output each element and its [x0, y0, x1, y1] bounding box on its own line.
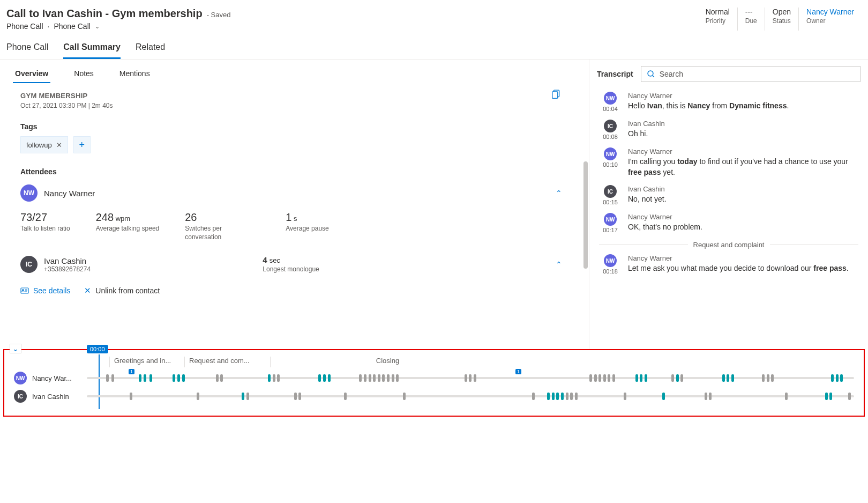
- transcript-list: NW 00:04 Nancy Warner Hello Ivan, this i…: [589, 88, 868, 285]
- speaker-name: Nancy Warner: [628, 92, 858, 100]
- speaker-name: Nancy Warner: [628, 254, 858, 262]
- chevron-down-icon[interactable]: ⌄: [95, 23, 100, 30]
- attendee-phone: +353892678274: [44, 265, 91, 273]
- speaker-name: Ivan Cashin: [628, 185, 858, 193]
- speaker-name: Nancy Warner: [628, 213, 858, 221]
- subtab-mentions[interactable]: Mentions: [117, 65, 152, 83]
- timeline-tick: [662, 393, 665, 400]
- copy-icon[interactable]: [551, 90, 561, 99]
- timeline-tick: [731, 374, 734, 382]
- segment-label: Request and com...: [184, 357, 270, 367]
- timeline-tick: [369, 374, 371, 382]
- timeline-tick: [277, 374, 280, 382]
- transcript-label: Transcript: [597, 70, 633, 78]
- chevron-down-icon[interactable]: ⌄: [10, 344, 21, 353]
- transcript-message[interactable]: IC 00:15 Ivan Cashin No, not yet.: [599, 185, 858, 205]
- timeline-tick: [566, 393, 568, 400]
- segment-labels: Greetings and in...Request and com...Clo…: [109, 357, 854, 367]
- scrollbar-thumb[interactable]: [583, 161, 588, 269]
- timeline-tick: [705, 393, 707, 400]
- timeline-tick: [570, 393, 573, 400]
- timeline-tick: [785, 393, 788, 400]
- timeline-tick: [762, 374, 765, 382]
- tags-label: Tags: [20, 122, 568, 131]
- stat: 248 wpmAverage talking speed: [96, 211, 160, 241]
- message-text: Let me ask you what made you decide to d…: [628, 263, 858, 274]
- timeline-tick: [825, 393, 828, 400]
- add-tag-button[interactable]: +: [73, 136, 91, 153]
- timeline-tick: [359, 374, 362, 382]
- timeline-tick: [344, 393, 347, 400]
- attendee-name: Nancy Warner: [44, 189, 95, 198]
- timeline-tick: [727, 374, 729, 382]
- timestamp: 00:18: [603, 268, 618, 275]
- unlink-contact-link[interactable]: ✕ Unlink from contact: [84, 286, 160, 295]
- subtab-overview[interactable]: Overview: [13, 65, 50, 83]
- remove-tag-icon[interactable]: ✕: [56, 141, 62, 149]
- timeline-tick: [216, 374, 219, 382]
- timeline-tick: [273, 374, 275, 382]
- timeline-tick: [722, 374, 725, 382]
- timeline-tick: [246, 393, 249, 400]
- timeline-marker[interactable]: 1: [515, 369, 521, 374]
- timeline-tick: [242, 393, 244, 400]
- timestamp: 00:10: [603, 161, 618, 168]
- transcript-message[interactable]: IC 00:08 Ivan Cashin Oh hi.: [599, 120, 858, 140]
- timeline-tick: [197, 393, 199, 400]
- tab-phone-call[interactable]: Phone Call: [6, 42, 48, 59]
- timeline-tick: [149, 374, 152, 382]
- timeline-tick: [392, 374, 394, 382]
- timeline-track[interactable]: [87, 391, 854, 401]
- message-text: Hello Ivan, this is Nancy from Dynamic f…: [628, 101, 858, 112]
- timeline-tick: [328, 374, 331, 382]
- timeline-tick: [318, 374, 321, 382]
- close-icon: ✕: [84, 286, 91, 295]
- search-input[interactable]: Search: [641, 66, 860, 82]
- see-details-link[interactable]: See details: [20, 286, 70, 295]
- transcript-message[interactable]: NW 00:04 Nancy Warner Hello Ivan, this i…: [599, 92, 858, 112]
- timeline-tick: [635, 374, 638, 382]
- attendee-nancy: NW Nancy Warner ⌃ 73/27 Talk to listen r…: [20, 184, 568, 241]
- timeline-track[interactable]: 11: [87, 373, 854, 383]
- header-meta-owner[interactable]: Nancy WarnerOwner: [798, 8, 862, 31]
- transcript-message[interactable]: NW 00:18 Nancy Warner Let me ask you wha…: [599, 254, 858, 275]
- page-title: Call to Ivan Cashin - Gym membership: [6, 8, 203, 20]
- timeline-tick: [836, 374, 839, 382]
- timeline-tick: [268, 374, 271, 382]
- tab-call-summary[interactable]: Call Summary: [63, 42, 121, 59]
- timeline-tick: [177, 374, 180, 382]
- timeline-speaker: Ivan Cashin: [32, 393, 81, 401]
- header-meta-priority: NormalPriority: [698, 8, 737, 31]
- attendees-label: Attendees: [20, 167, 568, 176]
- transcript-message[interactable]: NW 00:17 Nancy Warner OK, that's no prob…: [599, 213, 858, 233]
- avatar: NW: [604, 213, 617, 226]
- timeline-tick: [474, 374, 476, 382]
- timeline-marker[interactable]: 1: [129, 369, 134, 374]
- subtab-notes[interactable]: Notes: [72, 65, 96, 83]
- timeline-tick: [829, 393, 832, 400]
- timeline-tick: [848, 393, 851, 400]
- timeline-tick: [645, 374, 647, 382]
- avatar: IC: [20, 256, 38, 273]
- chevron-up-icon[interactable]: ⌃: [556, 260, 562, 269]
- form-name: Phone Call: [54, 22, 91, 31]
- tag-followup[interactable]: followup✕: [20, 136, 68, 153]
- transcript-message[interactable]: NW 00:10 Nancy Warner I'm calling you to…: [599, 147, 858, 177]
- chevron-up-icon[interactable]: ⌃: [556, 189, 562, 197]
- timeline-tick: [767, 374, 769, 382]
- playhead-time: 00:00: [87, 345, 108, 353]
- call-subject: GYM MEMBERSHIP: [20, 92, 568, 100]
- avatar: IC: [14, 390, 27, 403]
- tab-related[interactable]: Related: [136, 42, 165, 59]
- stats-row: 73/27 Talk to listen ratio248 wpmAverage…: [20, 211, 568, 241]
- timeline-tick: [608, 374, 610, 382]
- timeline-tick: [598, 374, 601, 382]
- timeline-tick: [676, 374, 679, 382]
- avatar: NW: [604, 254, 617, 267]
- transcript-divider: Request and complaint: [599, 241, 858, 249]
- svg-point-4: [648, 71, 653, 76]
- timeline-tick: [173, 374, 175, 382]
- playback-timeline: ⌄ 00:00 Greetings and in...Request and c…: [3, 349, 865, 417]
- breadcrumb[interactable]: Phone Call · Phone Call ⌄: [6, 22, 230, 31]
- timeline-tick: [182, 374, 185, 382]
